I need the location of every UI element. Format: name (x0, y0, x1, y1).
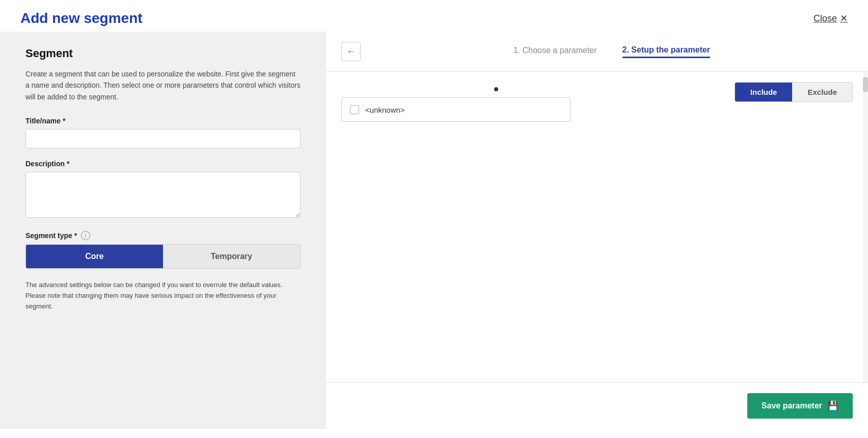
right-panel: ← 1. Choose a parameter 2. Setup the par… (326, 32, 868, 429)
dot-indicator (494, 87, 498, 91)
description-textarea[interactable] (25, 172, 301, 218)
step1-label[interactable]: 1. Choose a parameter (513, 46, 597, 57)
advanced-settings-text: The advanced settings below can be chang… (25, 280, 301, 312)
back-arrow-icon: ← (346, 46, 356, 57)
info-icon[interactable]: i (81, 231, 90, 240)
exclude-button[interactable]: Exclude (792, 83, 852, 101)
modal-header: Add new segment Close ✕ (0, 0, 868, 32)
segment-description: Create a segment that can be used to per… (25, 68, 301, 102)
save-parameter-button[interactable]: Save parameter 💾 (747, 393, 853, 419)
title-input[interactable] (25, 129, 301, 148)
unknown-checkbox[interactable] (350, 105, 359, 114)
save-icon: 💾 (827, 400, 838, 411)
segment-type-toggle: Core Temporary (25, 244, 301, 269)
scrollbar-thumb[interactable] (863, 77, 868, 92)
segment-type-group: Segment type * i Core Temporary (25, 231, 301, 269)
modal-title: Add new segment (20, 10, 143, 27)
right-panel-footer: Save parameter 💾 (326, 382, 868, 429)
right-panel-content: Include Exclude <unknown> (326, 72, 868, 382)
right-panel-header: ← 1. Choose a parameter 2. Setup the par… (326, 32, 868, 72)
title-label: Title/name * (25, 117, 301, 125)
title-field-group: Title/name * (25, 117, 301, 148)
step2-label[interactable]: 2. Setup the parameter (622, 45, 711, 58)
segment-type-label: Segment type * (25, 231, 77, 240)
left-panel: Segment Create a segment that can be use… (0, 32, 326, 429)
description-field-group: Description * (25, 160, 301, 220)
steps-navigation: 1. Choose a parameter 2. Setup the param… (371, 45, 853, 58)
unknown-item: <unknown> (341, 97, 571, 122)
close-icon: ✕ (840, 13, 848, 24)
modal-body: Segment Create a segment that can be use… (0, 32, 868, 429)
close-button[interactable]: Close ✕ (813, 13, 848, 24)
close-label: Close (813, 13, 837, 24)
include-exclude-toggle: Include Exclude (735, 82, 853, 102)
segment-type-row: Segment type * i (25, 231, 301, 240)
temporary-button[interactable]: Temporary (163, 245, 300, 268)
include-button[interactable]: Include (735, 83, 793, 101)
segment-heading: Segment (25, 47, 301, 60)
scrollbar-track (863, 72, 868, 382)
back-button[interactable]: ← (341, 42, 361, 61)
description-label: Description * (25, 160, 301, 168)
core-button[interactable]: Core (26, 245, 163, 268)
save-param-label: Save parameter (762, 401, 822, 410)
unknown-label: <unknown> (365, 106, 405, 114)
